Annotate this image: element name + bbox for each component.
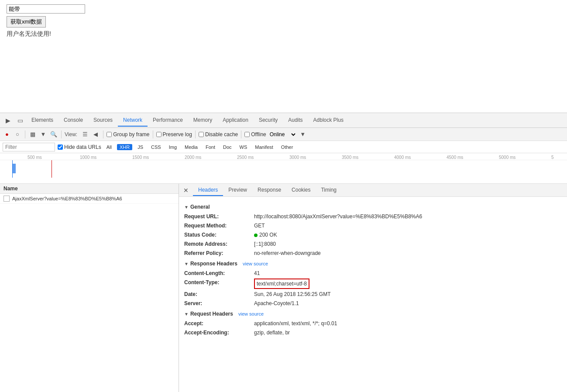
fetch-xml-button[interactable]: 获取xml数据 (7, 16, 46, 28)
username-input[interactable] (7, 4, 85, 14)
input-row (7, 4, 560, 14)
page-message: 用户名无法使用! (7, 30, 560, 38)
page-content: 获取xml数据 用户名无法使用! (0, 0, 567, 51)
